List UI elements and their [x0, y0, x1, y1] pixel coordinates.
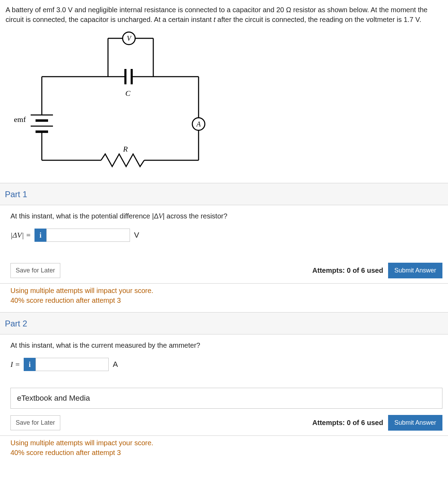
part-2-prompt: At this instant, what is the current mea… — [10, 341, 442, 349]
part-1-prompt: At this instant, what is the potential d… — [10, 212, 442, 220]
info-icon[interactable]: i — [34, 229, 46, 242]
resistor-icon — [101, 154, 144, 167]
part-2-header: Part 2 — [0, 312, 448, 334]
submit-answer-button[interactable]: Submit Answer — [388, 415, 442, 431]
problem-text-b: after the circuit is connected, the read… — [216, 16, 422, 23]
part-2-hint: Using multiple attempts will impact your… — [0, 436, 448, 460]
info-icon[interactable]: i — [24, 358, 36, 371]
part-1-title: Part 1 — [5, 190, 27, 199]
submit-answer-button[interactable]: Submit Answer — [388, 263, 442, 278]
part-2-attempts: Attempts: 0 of 6 used — [312, 419, 383, 427]
part-1-unit: V — [134, 231, 139, 240]
part-1-actions: Save for Later Attempts: 0 of 6 used Sub… — [10, 263, 442, 282]
circuit-figure: V C emf A R — [0, 29, 448, 183]
save-for-later-button[interactable]: Save for Later — [10, 415, 60, 430]
part-1-header: Part 1 — [0, 183, 448, 205]
part-1-attempts: Attempts: 0 of 6 used — [312, 267, 383, 275]
etextbook-media-button[interactable]: eTextbook and Media — [10, 388, 442, 409]
part-2-actions: Save for Later Attempts: 0 of 6 used Sub… — [10, 415, 442, 434]
emf-label: emf — [14, 115, 26, 124]
problem-statement: A battery of emf 3.0 V and negligible in… — [0, 0, 448, 29]
resistor-label: R — [123, 145, 128, 153]
part-2-unit: A — [113, 360, 118, 369]
ammeter-label: A — [196, 120, 201, 128]
part-1-answer-label: |ΔV| = — [10, 231, 31, 240]
part-2-answer-label: I = — [10, 360, 20, 369]
save-for-later-button[interactable]: Save for Later — [10, 263, 60, 278]
capacitor-label: C — [125, 89, 131, 98]
part-2-title: Part 2 — [5, 319, 27, 328]
part-1-answer-input[interactable] — [46, 229, 130, 242]
part-2-body: At this instant, what is the current mea… — [0, 334, 448, 436]
part-2-answer-input[interactable] — [36, 358, 109, 371]
part-1-hint: Using multiple attempts will impact your… — [0, 284, 448, 312]
part-1-answer-row: |ΔV| = i V — [10, 229, 442, 242]
part-2-answer-row: I = i A — [10, 358, 442, 371]
circuit-svg: V C emf A R — [3, 31, 213, 171]
part-1-body: At this instant, what is the potential d… — [0, 205, 448, 284]
